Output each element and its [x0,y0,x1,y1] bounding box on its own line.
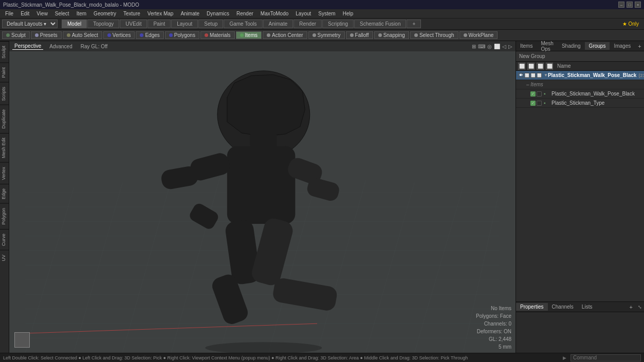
vp-ctrl-5[interactable]: ◁ [502,44,506,49]
main-tab-uvedit[interactable]: UVEdit [120,20,147,28]
menu-item-layout[interactable]: Layout [292,10,314,17]
vp-ctrl-6[interactable]: ▷ [508,44,512,49]
toolbar-btn-workplane[interactable]: WorkPlane [459,31,498,39]
menu-item-dynamics[interactable]: Dynamics [204,10,232,17]
left-tab-polygon[interactable]: Polygon [0,203,9,229]
tree-expand-all[interactable]: ⬜ [518,63,525,70]
close-button[interactable]: × [635,2,641,8]
layout-selector[interactable]: Default Layouts ▾ [2,20,58,28]
toolbar-btn-polygons[interactable]: Polygons [165,31,199,39]
menu-item-edit[interactable]: Edit [17,10,32,17]
right-bottom-add-button[interactable]: + [627,303,636,311]
left-tab-vertex[interactable]: Vertex [0,162,9,184]
right-bottom-tab-properties[interactable]: Properties [516,303,548,311]
toolbar-btn-action-center[interactable]: Action Center [263,31,307,39]
menu-item-system[interactable]: System [315,10,338,17]
tree-root-item[interactable]: 👁 ⬜ ⬜ ⬜ ▼ Plastic_Stickman_Walk_Pose_Bla… [516,71,644,80]
new-group-button[interactable]: New Group [516,51,644,62]
vis-eye-child1[interactable]: ✓ [530,91,536,97]
left-panel: SculptPaintScriptsDuplicateMesh EditVert… [0,41,9,353]
toolbar-btn-materials[interactable]: Materials [200,31,235,39]
vis-icons-root: 👁 ⬜ ⬜ ⬜ [518,73,542,78]
vis-render[interactable]: ⬜ [524,73,529,78]
right-bottom-tab-channels[interactable]: Channels [548,303,578,311]
main-tab-model[interactable]: Model [62,20,87,28]
right-bottom-tab-lists[interactable]: Lists [578,303,597,311]
main-tab-render[interactable]: Render [293,20,322,28]
main-tab-topology[interactable]: Topology [87,20,119,28]
main-tab-layout[interactable]: Layout [171,20,198,28]
minimize-button[interactable]: – [618,2,624,8]
vis-sel[interactable]: ⬜ [537,73,542,78]
vp-ctrl-4[interactable]: ⬜ [494,44,500,49]
main-tab-schematic-fusion[interactable]: Schematic Fusion [354,20,406,28]
menu-item-select[interactable]: Select [52,10,72,17]
toolbar-btn-items[interactable]: Items [236,31,262,39]
toolbar-btn-sculpt[interactable]: Sculpt [2,31,30,39]
main-tab-scripting[interactable]: Scripting [322,20,354,28]
vis-r-child2[interactable] [537,101,542,106]
left-tab-mesh-edit[interactable]: Mesh Edit [0,133,9,162]
left-tab-edge[interactable]: Edge [0,184,9,203]
vis-eye-child2[interactable]: ✓ [530,101,536,106]
right-top-tab-groups[interactable]: Groups [585,42,610,50]
status-mm: 5 mm [476,343,511,351]
viewport[interactable]: Perspective Advanced Ray GL: Off ⊞ ⌨ ◎ ⬜… [9,41,516,353]
menu-item-view[interactable]: View [33,10,51,17]
menu-item-help[interactable]: Help [340,10,357,17]
main-tab-setup[interactable]: Setup [198,20,223,28]
menu-item-animate[interactable]: Animate [177,10,203,17]
left-tab-curve[interactable]: Curve [0,229,9,250]
raygl-label[interactable]: Ray GL: Off [79,43,110,50]
perspective-tab[interactable]: Perspective [12,43,43,50]
tree-child-item-1[interactable]: ✓ ▪ Plastic_Stickman_Walk_Pose_Black [516,89,644,99]
toolbar-btn-presets[interactable]: Presets [31,31,62,39]
vp-ctrl-1[interactable]: ⊞ [472,44,476,49]
vis-eye[interactable]: 👁 [518,73,523,78]
menu-item-render[interactable]: Render [233,10,256,17]
menu-item-texture[interactable]: Texture [120,10,143,17]
right-top-tab-shading[interactable]: Shading [558,42,585,50]
menu-item-file[interactable]: File [2,10,16,17]
menu-item-vertex map[interactable]: Vertex Map [144,10,177,17]
command-input[interactable] [571,354,641,361]
left-tab-scripts[interactable]: Scripts [0,82,9,105]
right-top-tab-images[interactable]: Images [610,42,635,50]
svg-rect-25 [250,133,277,147]
main-tab-animate[interactable]: Animate [263,20,293,28]
left-tab-sculpt[interactable]: Sculpt [0,41,9,63]
vp-ctrl-3[interactable]: ◎ [487,44,492,49]
tree-collapse-all[interactable]: ⬜ [527,63,535,70]
tree-options[interactable]: ⬜ [537,63,544,70]
left-tab-paint[interactable]: Paint [0,63,9,82]
right-top-tab-mesh-ops[interactable]: Mesh Ops [537,40,557,53]
toolbar-btn-symmetry[interactable]: Symmetry [308,31,345,39]
toolbar-btn-snapping[interactable]: Snapping [374,31,409,39]
advanced-tab[interactable]: Advanced [47,43,74,50]
right-top-tab-items[interactable]: Items [516,42,537,50]
menu-item-item[interactable]: Item [73,10,89,17]
main-tabs: ModelTopologyUVEditPaintLayoutSetupGame … [62,20,619,28]
toolbar-btn-select-through[interactable]: Select Through [410,31,458,39]
toolbar-btn-falloff[interactable]: Falloff [346,31,373,39]
right-bottom-panel: PropertiesChannelsLists+⤡ [516,301,644,353]
left-tab-uv[interactable]: UV [0,250,9,265]
vis-r-child1[interactable] [537,91,542,97]
root-item-badge: (21) [638,73,644,78]
vp-ctrl-2[interactable]: ⌨ [478,44,485,49]
toolbar-btn-auto-select[interactable]: Auto Select [63,31,102,39]
toolbar-btn-edges[interactable]: Edges [136,31,163,39]
toolbar-btn-vertices[interactable]: Vertices [103,31,135,39]
maximize-button[interactable]: □ [627,2,633,8]
main-tab-paint[interactable]: Paint [148,20,171,28]
main-tab-game-tools[interactable]: Game Tools [224,20,262,28]
tree-child-item-2[interactable]: ✓ ▪ Plastic_Stickman_Type [516,99,644,108]
left-tab-duplicate[interactable]: Duplicate [0,105,9,133]
menu-item-geometry[interactable]: Geometry [90,10,119,17]
right-top-tab-add[interactable]: + [635,42,644,50]
right-bottom-expand-button[interactable]: ⤡ [636,303,644,311]
tree-filter[interactable]: ⬜ [546,63,553,70]
vis-lock[interactable]: ⬜ [530,73,536,78]
add-tab-button[interactable]: + [407,20,421,28]
menu-item-maxtomodo[interactable]: MaxToModo [257,10,291,17]
